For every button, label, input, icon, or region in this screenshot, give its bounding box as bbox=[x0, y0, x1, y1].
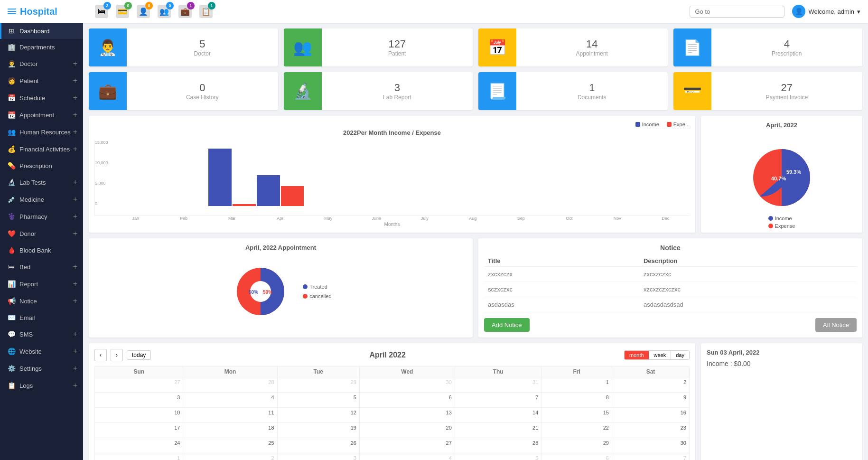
cal-day-cell[interactable]: 27 bbox=[95, 377, 183, 393]
stat-card-prescription: 📄 4 Prescription bbox=[673, 28, 863, 66]
cal-day-cell[interactable]: 7 bbox=[455, 393, 541, 408]
sidebar-item-report[interactable]: 📊 Report + bbox=[0, 275, 83, 292]
sidebar-item-left: 🌐 Website bbox=[7, 347, 42, 355]
sidebar-item-medicine[interactable]: 💉 Medicine + bbox=[0, 191, 83, 208]
cal-day-cell[interactable]: 2 bbox=[183, 453, 277, 460]
user-icon[interactable]: 👤 0 bbox=[137, 5, 150, 18]
sidebar-item-appointment[interactable]: 📆 Appointment + bbox=[0, 106, 83, 123]
cal-view-btn-day[interactable]: day bbox=[671, 351, 689, 359]
cal-next-btn[interactable]: › bbox=[111, 349, 123, 361]
cal-day-cell[interactable]: 5 bbox=[455, 453, 541, 460]
cal-day-cell[interactable]: 3 bbox=[95, 393, 183, 408]
cal-day-cell[interactable]: 4 bbox=[359, 453, 455, 460]
appt-pie-card: April, 2022 Appointment 50% 50% Treatedc… bbox=[89, 238, 473, 338]
sidebar-item-prescription[interactable]: 💊 Prescription bbox=[0, 158, 83, 174]
cal-day-cell[interactable]: 29 bbox=[541, 438, 612, 453]
cal-day-cell[interactable]: 21 bbox=[455, 423, 541, 438]
cal-day-cell[interactable]: 28 bbox=[183, 377, 277, 393]
cal-day-cell[interactable]: 12 bbox=[277, 408, 359, 423]
sidebar-item-patient[interactable]: 🧑 Patient + bbox=[0, 72, 83, 89]
cal-day-cell[interactable]: 28 bbox=[455, 438, 541, 453]
sidebar-item-settings[interactable]: ⚙️ Settings + bbox=[0, 360, 83, 377]
cal-day-cell[interactable]: 6 bbox=[541, 453, 612, 460]
sidebar-item-left: 🏢 Departments bbox=[7, 43, 55, 51]
cal-day-cell[interactable]: 31 bbox=[455, 377, 541, 393]
legend-label: Expe... bbox=[673, 122, 690, 127]
cal-day-cell[interactable]: 1 bbox=[541, 377, 612, 393]
sidebar-item-left: ⊞ Dashboard bbox=[7, 27, 50, 35]
cal-day-cell[interactable]: 18 bbox=[183, 423, 277, 438]
id-card-icon[interactable]: 💳 0 bbox=[116, 5, 129, 18]
cal-prev-btn[interactable]: ‹ bbox=[94, 349, 107, 361]
cal-day-cell[interactable]: 8 bbox=[541, 393, 612, 408]
bed-icon[interactable]: 🛏 2 bbox=[95, 5, 108, 18]
cal-day-cell[interactable]: 17 bbox=[95, 423, 183, 438]
sidebar-item-dashboard[interactable]: ⊞ Dashboard bbox=[0, 23, 83, 39]
cal-day-cell[interactable]: 19 bbox=[277, 423, 359, 438]
stat-label: Documents bbox=[524, 94, 660, 101]
cal-day-cell[interactable]: 2 bbox=[612, 377, 689, 393]
sidebar-item-label: Email bbox=[19, 314, 35, 321]
sidebar-item-financial-activities[interactable]: 💰 Financial Activities + bbox=[0, 141, 83, 158]
add-notice-button[interactable]: Add Notice bbox=[484, 318, 530, 332]
users-icon[interactable]: 👥 0 bbox=[158, 5, 171, 18]
topnav: Hospital 🛏 2 💳 0 👤 0 👥 0 💼 1 📋 1 👤 Welco… bbox=[0, 0, 868, 23]
cal-day-cell[interactable]: 5 bbox=[277, 393, 359, 408]
sidebar-icon: 📆 bbox=[7, 111, 16, 119]
sidebar-item-notice[interactable]: 📢 Notice + bbox=[0, 292, 83, 310]
cal-day-cell[interactable]: 30 bbox=[359, 377, 455, 393]
sidebar-item-sms[interactable]: 💬 SMS + bbox=[0, 326, 83, 343]
user-menu[interactable]: 👤 Welcome, admin ▾ bbox=[792, 5, 860, 18]
cal-day-cell[interactable]: 15 bbox=[541, 408, 612, 423]
briefcase-icon[interactable]: 💼 1 bbox=[178, 5, 192, 18]
sidebar-item-lab-tests[interactable]: 🔬 Lab Tests + bbox=[0, 174, 83, 191]
cal-day-cell[interactable]: 25 bbox=[183, 438, 277, 453]
sidebar-item-label: Departments bbox=[19, 44, 55, 51]
cal-day-cell[interactable]: 9 bbox=[612, 393, 689, 408]
sidebar-item-website[interactable]: 🌐 Website + bbox=[0, 343, 83, 360]
sidebar-item-blood-bank[interactable]: 🩸 Blood Bank bbox=[0, 242, 83, 258]
sidebar-item-bed[interactable]: 🛏 Bed + bbox=[0, 258, 83, 275]
sidebar-icon: 🔬 bbox=[7, 178, 16, 186]
cal-day-cell[interactable]: 14 bbox=[455, 408, 541, 423]
legend-dot bbox=[303, 284, 308, 289]
cal-day-cell[interactable]: 26 bbox=[277, 438, 359, 453]
cal-day-cell[interactable]: 1 bbox=[95, 453, 183, 460]
cal-day-cell[interactable]: 11 bbox=[183, 408, 277, 423]
sidebar-item-departments[interactable]: 🏢 Departments bbox=[0, 39, 83, 55]
cal-day-cell[interactable]: 22 bbox=[541, 423, 612, 438]
cal-day-cell[interactable]: 29 bbox=[277, 377, 359, 393]
cal-day-cell[interactable]: 6 bbox=[359, 393, 455, 408]
sidebar-item-pharmacy[interactable]: ⚕️ Pharmacy + bbox=[0, 208, 83, 225]
sidebar-item-doctor[interactable]: 👨‍⚕️ Doctor + bbox=[0, 55, 83, 72]
sidebar-item-logs[interactable]: 📋 Logs + bbox=[0, 377, 83, 394]
cal-day-cell[interactable]: 7 bbox=[612, 453, 689, 460]
cal-view-btn-month[interactable]: month bbox=[625, 351, 649, 359]
cal-day-cell[interactable]: 4 bbox=[183, 393, 277, 408]
cal-today-btn[interactable]: today bbox=[127, 350, 151, 360]
cal-day-cell[interactable]: 23 bbox=[612, 423, 689, 438]
cal-view-btn-week[interactable]: week bbox=[649, 351, 672, 359]
sidebar-item-schedule[interactable]: 📅 Schedule + bbox=[0, 89, 83, 106]
all-notice-button[interactable]: All Notice bbox=[815, 318, 857, 332]
cal-day-cell[interactable]: 20 bbox=[359, 423, 455, 438]
stat-label: Prescription bbox=[719, 50, 855, 57]
cal-day-cell[interactable]: 27 bbox=[359, 438, 455, 453]
clipboard-icon[interactable]: 📋 1 bbox=[199, 5, 213, 18]
sidebar-item-human-resources[interactable]: 👥 Human Resources + bbox=[0, 123, 83, 141]
sidebar-item-label: Logs bbox=[19, 382, 33, 389]
cal-day-cell[interactable]: 24 bbox=[95, 438, 183, 453]
menu-toggle-icon[interactable] bbox=[8, 9, 16, 14]
notice-row-title: sczxczxc bbox=[484, 282, 640, 297]
search-input[interactable] bbox=[690, 6, 784, 18]
income-bar bbox=[257, 175, 280, 206]
sidebar-item-email[interactable]: ✉️ Email bbox=[0, 310, 83, 326]
cal-day-cell[interactable]: 10 bbox=[95, 408, 183, 423]
cal-day-cell[interactable]: 13 bbox=[359, 408, 455, 423]
sidebar-item-donor[interactable]: ❤️ Donor + bbox=[0, 225, 83, 242]
cal-day-cell[interactable]: 30 bbox=[612, 438, 689, 453]
notice-table: Title Description zxcxzczx zxcxzczxc scz… bbox=[484, 255, 857, 312]
cal-day-cell[interactable]: 3 bbox=[277, 453, 359, 460]
cal-day-cell[interactable]: 16 bbox=[612, 408, 689, 423]
sidebar-item-label: Lab Tests bbox=[19, 179, 46, 186]
